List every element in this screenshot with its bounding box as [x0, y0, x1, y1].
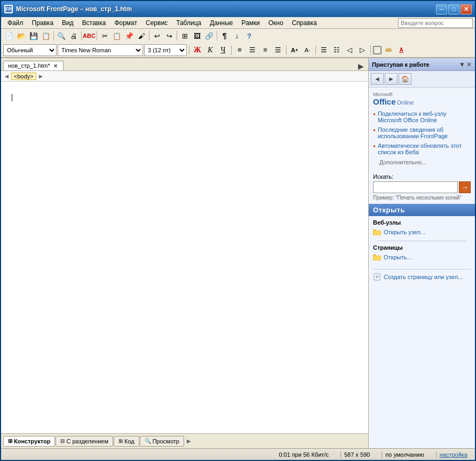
menu-table[interactable]: Таблица — [172, 18, 205, 28]
tab-constructor-label: Конструктор — [14, 438, 50, 444]
open-header-label: Открыть — [373, 206, 405, 214]
insert-link-button[interactable]: 🔗 — [203, 30, 215, 42]
open-page-link[interactable]: Открыть... — [373, 253, 471, 261]
document-tab[interactable]: нов_стр_1.htm* ✕ — [3, 61, 64, 70]
redo-button[interactable]: ↪ — [163, 30, 175, 42]
insert-image-button[interactable]: 🖼 — [191, 30, 203, 42]
tab-constructor[interactable]: ⊞ Конструктор — [3, 436, 55, 447]
link-update[interactable]: Автоматически обновлять этот список из В… — [378, 142, 471, 155]
panel-home-button[interactable]: 🏠 — [399, 73, 411, 85]
create-label: Создать страницу или узел... — [384, 274, 463, 280]
tab-scroll-right[interactable]: ▶ — [356, 62, 366, 70]
new-button[interactable]: 📄 — [3, 30, 15, 42]
font-size-down-button[interactable]: A- — [302, 44, 313, 56]
menu-edit[interactable]: Правка — [28, 18, 58, 28]
font-color-button[interactable]: A — [395, 44, 407, 56]
help-search-input[interactable] — [398, 18, 473, 28]
indent-decrease-button[interactable]: ◁ — [344, 44, 355, 56]
insert-table-button[interactable]: ⊞ — [179, 30, 191, 42]
open-webnode-link[interactable]: Открыть узел... — [373, 228, 471, 236]
more-link[interactable]: Дополнительно... — [379, 159, 426, 165]
highlight-button[interactable]: ab — [383, 44, 394, 56]
sep1 — [53, 31, 54, 41]
font-select[interactable]: Times New Roman — [58, 44, 143, 56]
align-left-button[interactable]: ≡ — [234, 44, 245, 56]
tab-split[interactable]: ⊟ С разделением — [55, 436, 113, 447]
webnodes-label: Веб-узлы — [373, 219, 471, 226]
close-button[interactable]: ✕ — [461, 4, 472, 14]
breadcrumb-body[interactable]: <body> — [11, 73, 36, 80]
border-button[interactable] — [373, 46, 382, 54]
sep-fmt1 — [189, 45, 189, 55]
style-select[interactable]: Обычный — [3, 44, 57, 56]
sep-fmt2 — [231, 45, 232, 55]
toolbar-area: 📄 📂 💾 📋 🔍 🖨 ABC ✂ 📋 📌 🖌 ↩ ↪ ⊞ 🖼 🔗 ¶ ↓ ? — [1, 29, 475, 58]
breadcrumb-forward[interactable]: ▶ — [37, 73, 44, 80]
italic-button[interactable]: К — [204, 44, 216, 56]
show-down-button[interactable]: ↓ — [231, 30, 243, 42]
underline-button[interactable]: Ч — [217, 44, 229, 56]
menu-insert[interactable]: Вставка — [78, 18, 110, 28]
status-settings[interactable]: настройка — [436, 451, 471, 458]
menu-service[interactable]: Сервис — [141, 18, 172, 28]
align-justify-button[interactable]: ☰ — [272, 44, 284, 56]
panel-search-button[interactable]: → — [459, 181, 471, 193]
bold-button[interactable]: Ж — [192, 44, 203, 56]
menu-format[interactable]: Формат — [110, 18, 141, 28]
menu-help[interactable]: Справка — [288, 18, 321, 28]
menu-frames[interactable]: Рамки — [237, 18, 264, 28]
link-item-2: Последние сведения об использовании Fron… — [373, 126, 471, 139]
align-right-button[interactable]: ≡ — [259, 44, 271, 56]
document-editor[interactable] — [1, 82, 368, 433]
ms-logo-block: Microsoft Office Online — [373, 92, 414, 106]
menu-view[interactable]: Вид — [58, 18, 78, 28]
show-para-button[interactable]: ¶ — [219, 30, 231, 42]
paste-button[interactable]: 📌 — [123, 30, 135, 42]
svg-rect-3 — [373, 229, 376, 231]
sep5 — [177, 31, 177, 41]
align-center-button[interactable]: ☰ — [247, 44, 258, 56]
window-title: Microsoft FrontPage – нов_стр_1.htm — [16, 5, 132, 13]
tab-close-button[interactable]: ✕ — [52, 62, 59, 69]
save-button[interactable]: 💾 — [28, 30, 39, 42]
create-link[interactable]: Создать страницу или узел... — [369, 269, 475, 284]
tab-split-label: С разделением — [66, 438, 108, 444]
menu-window[interactable]: Окно — [264, 18, 288, 28]
breadcrumb-back[interactable]: ◀ — [3, 73, 10, 80]
panel-back-button[interactable]: ◄ — [371, 73, 384, 85]
tab-code[interactable]: ⊞ Код — [114, 436, 139, 447]
tab-preview[interactable]: 🔍 Просмотр — [140, 436, 184, 447]
cut-button[interactable]: ✂ — [99, 30, 110, 42]
office-links-list: Подключиться к веб-узлу Microsoft Office… — [373, 110, 471, 155]
format-painter-button[interactable]: 🖌 — [136, 30, 147, 42]
folder-icon-1 — [373, 228, 382, 236]
copy-button[interactable]: 📋 — [111, 30, 123, 42]
font-size-up-button[interactable]: A+ — [289, 44, 300, 56]
maximize-button[interactable]: □ — [448, 4, 459, 14]
app-icon: FP — [4, 5, 13, 13]
panel-forward-button[interactable]: ► — [385, 73, 398, 85]
spellcheck-button[interactable]: ABC — [83, 30, 95, 42]
window-controls: ─ □ ✕ — [436, 4, 472, 14]
link-news[interactable]: Последние сведения об использовании Fron… — [378, 126, 471, 139]
panel-pin-button[interactable]: ▼ — [459, 61, 465, 68]
bottom-scroll-right[interactable]: ▶ — [187, 438, 191, 444]
split-icon: ⊟ — [60, 438, 65, 444]
print-preview-button[interactable]: 🖨 — [68, 30, 80, 42]
search-button[interactable]: 🔍 — [55, 30, 67, 42]
bullets-button[interactable]: ☰ — [318, 44, 330, 56]
open-content: Веб-узлы Открыть узел... Страницы — [369, 216, 475, 269]
size-select[interactable]: 3 (12 пт) — [144, 44, 187, 56]
numbering-button[interactable]: ☷ — [331, 44, 343, 56]
menu-file[interactable]: Файл — [3, 18, 28, 28]
help-button[interactable]: ? — [243, 30, 255, 42]
link-connect[interactable]: Подключиться к веб-узлу Microsoft Office… — [378, 110, 471, 123]
minimize-button[interactable]: ─ — [436, 4, 447, 14]
publish-button[interactable]: 📋 — [40, 30, 52, 42]
open-button[interactable]: 📂 — [15, 30, 27, 42]
indent-increase-button[interactable]: ▷ — [356, 44, 368, 56]
undo-button[interactable]: ↩ — [151, 30, 163, 42]
menu-data[interactable]: Данные — [205, 18, 237, 28]
panel-close-button[interactable]: ✕ — [466, 61, 472, 68]
panel-search-input[interactable] — [373, 181, 458, 193]
